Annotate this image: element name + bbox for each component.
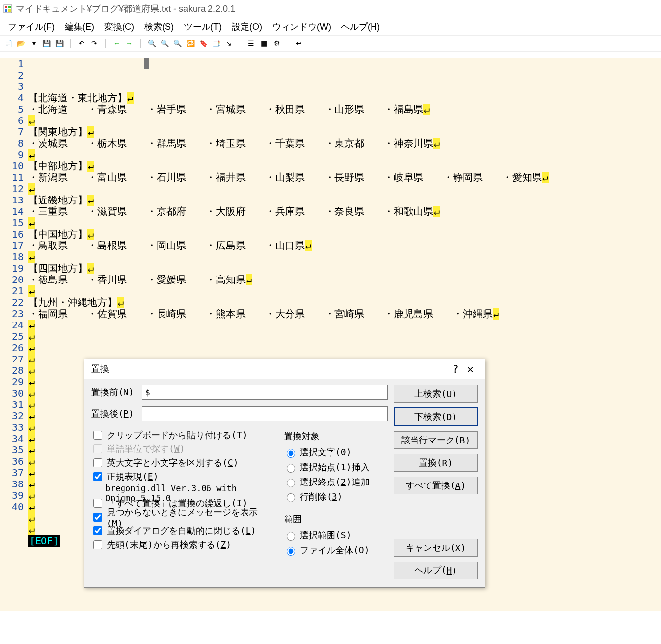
arrow-right-icon[interactable]: → <box>124 39 134 48</box>
range-file-radio[interactable] <box>287 547 295 556</box>
line-number: 12 <box>0 183 24 195</box>
menu-edit[interactable]: 編集(E) <box>60 20 99 34</box>
text-line[interactable]: ・新潟県 ・富山県 ・石川県 ・福井県 ・山梨県 ・長野県 ・岐阜県 ・静岡県 … <box>28 172 661 183</box>
text-line[interactable]: ↵ <box>28 149 661 161</box>
save-all-icon[interactable]: 💾 <box>54 39 64 48</box>
replace-button[interactable]: 置換(R) <box>394 454 478 472</box>
menu-window[interactable]: ウィンドウ(W) <box>267 20 336 34</box>
new-file-icon[interactable]: 📄 <box>3 39 13 48</box>
replace-all-button[interactable]: すべて置換(A) <box>394 477 478 494</box>
menubar: ファイル(F) 編集(E) 変換(C) 検索(S) ツール(T) 設定(O) ウ… <box>0 18 661 35</box>
search-next-icon[interactable]: 🔍 <box>160 39 169 48</box>
autoclose-checkbox[interactable] <box>93 526 102 535</box>
regex-checkbox[interactable] <box>93 472 102 481</box>
line-number: 5 <box>0 104 24 115</box>
text-line[interactable]: ・北海道 ・青森県 ・岩手県 ・宮城県 ・秋田県 ・山形県 ・福島県↵ <box>28 104 661 115</box>
text-line[interactable]: ・鳥取県 ・島根県 ・岡山県 ・広島県 ・山口県↵ <box>28 240 661 251</box>
text-line[interactable]: ・福岡県 ・佐賀県 ・長崎県 ・熊本県 ・大分県 ・宮崎県 ・鹿児島県 ・沖縄県… <box>28 308 661 320</box>
text-line[interactable]: ・茨城県 ・栃木県 ・群馬県 ・埼玉県 ・千葉県 ・東京都 ・神奈川県↵ <box>28 138 661 149</box>
line-number: 4 <box>0 92 24 104</box>
save-icon[interactable]: 💾 <box>41 39 51 48</box>
clipboard-checkbox[interactable] <box>93 431 102 440</box>
text-line[interactable]: ↵ <box>28 251 661 263</box>
line-text: 【近畿地方】 <box>28 194 87 206</box>
help-button[interactable]: ヘルプ(H) <box>394 562 478 579</box>
return-mark-icon: ↵ <box>28 410 35 422</box>
line-number: 30 <box>0 388 24 399</box>
menu-setting[interactable]: 設定(O) <box>227 20 267 34</box>
notfound-checkbox[interactable] <box>93 513 102 522</box>
text-line[interactable]: 【四国地方】↵ <box>28 263 661 274</box>
target-del-radio[interactable] <box>287 493 295 502</box>
return-mark-icon: ↵ <box>28 479 35 490</box>
open-file-icon[interactable]: 📂 <box>16 39 26 48</box>
text-line[interactable]: ↵ <box>28 331 661 342</box>
editor[interactable]: 1234567891011121314151617181920212223242… <box>0 58 661 611</box>
close-icon[interactable]: ✕ <box>463 362 478 376</box>
search-prev-icon[interactable]: 🔍 <box>172 39 182 48</box>
replace-icon[interactable]: 🔁 <box>185 39 195 48</box>
wrap-icon[interactable]: ↩ <box>294 39 304 48</box>
wrap-checkbox[interactable] <box>93 540 102 549</box>
target-del-label: 行削除(3) <box>300 491 343 503</box>
text-line[interactable]: ・三重県 ・滋賀県 ・京都府 ・大阪府 ・兵庫県 ・奈良県 ・和歌山県↵ <box>28 206 661 217</box>
menu-convert[interactable]: 変換(C) <box>99 20 139 34</box>
jump-icon[interactable]: ↘ <box>224 39 234 48</box>
before-input[interactable] <box>142 385 388 400</box>
text-line[interactable]: ・徳島県 ・香川県 ・愛媛県 ・高知県↵ <box>28 274 661 285</box>
after-input[interactable] <box>142 406 388 421</box>
return-mark-icon: ↵ <box>28 331 35 342</box>
line-number: 29 <box>0 376 24 388</box>
text-line[interactable]: ↵ <box>28 217 661 229</box>
svg-rect-1 <box>5 6 7 8</box>
text-line[interactable]: 【関東地方】↵ <box>28 126 661 138</box>
arrow-left-icon[interactable]: ← <box>112 39 122 48</box>
search-icon[interactable]: 🔍 <box>147 39 157 48</box>
mark-icon[interactable]: 🔖 <box>198 39 208 48</box>
cancel-button[interactable]: キャンセル(X) <box>394 539 478 557</box>
svg-rect-3 <box>5 9 7 12</box>
titlebar: マイドキュメント¥ブログ¥都道府県.txt - sakura 2.2.0.1 <box>0 0 661 18</box>
menu-tool[interactable]: ツール(T) <box>179 20 227 34</box>
text-line[interactable]: ↵ <box>28 285 661 297</box>
undo-icon[interactable]: ↶ <box>77 39 86 48</box>
text-line[interactable]: 【中国地方】↵ <box>28 229 661 240</box>
word-checkbox <box>93 444 102 453</box>
redo-icon[interactable]: ↷ <box>89 39 99 48</box>
text-line[interactable]: ↵ <box>28 342 661 354</box>
line-number: 10 <box>0 161 24 172</box>
target-group-title: 置換対象 <box>284 430 388 442</box>
menu-help[interactable]: ヘルプ(H) <box>336 20 385 34</box>
dialog-help-icon[interactable]: ? <box>448 362 463 376</box>
text-line[interactable]: 【北海道・東北地方】↵ <box>28 92 661 104</box>
case-checkbox[interactable] <box>93 458 102 467</box>
outline-icon[interactable]: ☰ <box>246 39 256 48</box>
return-mark-icon: ↵ <box>423 104 430 115</box>
text-line[interactable]: 【近畿地方】↵ <box>28 195 661 206</box>
dropdown-icon[interactable]: ▾ <box>29 39 39 48</box>
search-down-button[interactable]: 下検索(D) <box>394 407 478 426</box>
config-icon[interactable]: ⚙ <box>272 39 282 48</box>
text-line[interactable]: ↵ <box>28 183 661 195</box>
menu-file[interactable]: ファイル(F) <box>3 20 60 34</box>
search-up-button[interactable]: 上検索(U) <box>394 385 478 402</box>
return-mark-icon: ↵ <box>87 195 94 206</box>
svg-rect-4 <box>8 9 11 12</box>
text-line[interactable]: 【九州・沖縄地方】↵ <box>28 297 661 308</box>
target-add-radio[interactable] <box>287 479 295 487</box>
repeat-checkbox[interactable] <box>93 499 102 508</box>
return-mark-icon: ↵ <box>28 217 35 229</box>
text-line[interactable]: ↵ <box>28 115 661 126</box>
return-mark-icon: ↵ <box>28 513 35 524</box>
return-mark-icon: ↵ <box>127 92 134 104</box>
grep-icon[interactable]: 📑 <box>211 39 221 48</box>
menu-search[interactable]: 検索(S) <box>139 20 179 34</box>
text-line[interactable]: ↵ <box>28 320 661 331</box>
target-sel-radio[interactable] <box>287 449 295 458</box>
range-sel-radio[interactable] <box>287 532 295 541</box>
mark-button[interactable]: 該当行マーク(B) <box>394 431 478 449</box>
text-line[interactable]: 【中部地方】↵ <box>28 161 661 172</box>
type-icon[interactable]: ▦ <box>259 39 269 48</box>
target-ins-radio[interactable] <box>287 464 295 473</box>
line-number: 33 <box>0 422 24 433</box>
